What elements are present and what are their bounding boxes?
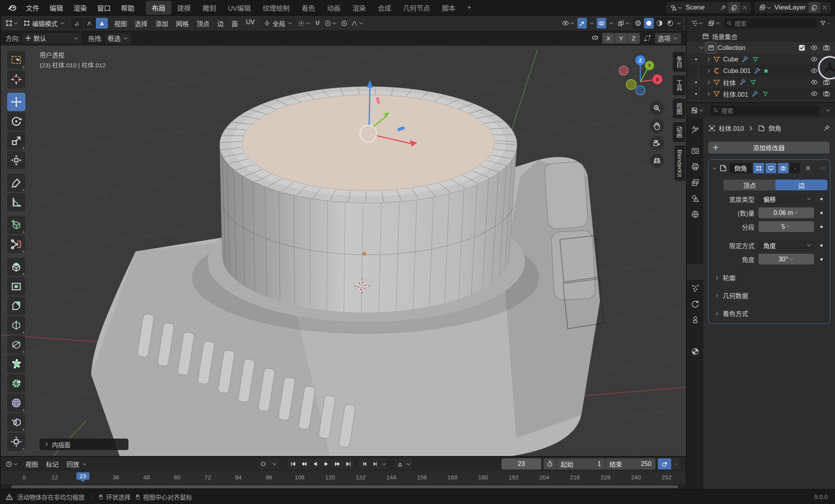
sidebar-tab[interactable]: BlenderKit xyxy=(674,146,685,181)
menu-item[interactable]: 编辑 xyxy=(44,1,68,14)
menu-item[interactable]: 窗口 xyxy=(92,1,116,14)
modifier-extras-button[interactable] xyxy=(790,163,800,173)
editor-type-button[interactable] xyxy=(689,18,705,29)
editor-type-button[interactable] xyxy=(689,105,705,116)
properties-options-button[interactable] xyxy=(824,105,832,116)
record-button[interactable] xyxy=(258,458,269,470)
camera-icon[interactable] xyxy=(823,79,830,86)
mirror-axis-button[interactable]: Y xyxy=(615,33,627,44)
snap-base-button[interactable] xyxy=(642,33,653,44)
play-button[interactable] xyxy=(321,458,332,470)
navigation-gizmo[interactable]: Z Y X xyxy=(615,54,666,101)
constraints-tab[interactable] xyxy=(687,312,703,328)
display-mode-button[interactable] xyxy=(707,18,722,29)
editor-type-button[interactable] xyxy=(4,18,20,29)
operator-panel[interactable]: 内插面 xyxy=(40,439,128,450)
drag-selector[interactable]: 框选 xyxy=(105,33,131,44)
gizmo-z-arrow[interactable] xyxy=(369,87,370,125)
expand-icon[interactable] xyxy=(712,165,718,171)
menu-item[interactable]: 面 xyxy=(228,17,242,29)
sidebar-tab[interactable]: 视图 xyxy=(673,99,685,119)
workspace-tab[interactable]: 合成 xyxy=(372,1,397,15)
use-preview-range-button[interactable] xyxy=(544,458,556,470)
outliner-row-zhuti[interactable]: 柱体 xyxy=(687,77,835,88)
playback-sync-button[interactable] xyxy=(658,458,671,470)
material-tab[interactable] xyxy=(687,343,703,359)
scene-unlink-icon[interactable] xyxy=(741,4,748,11)
direction-selector[interactable]: 默认 xyxy=(22,33,82,44)
prev-keyframe-button[interactable] xyxy=(299,458,310,470)
wireframe-shading-button[interactable] xyxy=(633,18,643,29)
camera-icon[interactable] xyxy=(823,44,830,52)
step-forward-button[interactable] xyxy=(370,458,381,470)
camera-icon[interactable] xyxy=(823,102,830,102)
modifiers-tab[interactable] xyxy=(687,264,703,280)
workspace-tab[interactable]: 布局 xyxy=(146,1,171,15)
scene-browse-icon[interactable] xyxy=(668,2,686,13)
axis-neg-x-ball[interactable] xyxy=(619,66,628,75)
mirror-axis-button[interactable]: X xyxy=(602,33,615,44)
properties-search[interactable]: 搜索 xyxy=(710,105,819,115)
rotate-tool[interactable] xyxy=(7,112,25,130)
scrollbar-handle[interactable] xyxy=(11,485,678,488)
affect-tab[interactable]: 顶点 xyxy=(724,180,776,190)
workspace-tab[interactable]: 纹理绘制 xyxy=(257,1,296,15)
step-settings-icon[interactable] xyxy=(381,461,387,467)
camera-view-button[interactable] xyxy=(650,136,664,150)
vertex-select-button[interactable] xyxy=(71,18,83,29)
move-tool[interactable] xyxy=(7,93,25,111)
menu-item[interactable]: 网格 xyxy=(172,17,193,29)
ortho-toggle-button[interactable] xyxy=(650,153,664,168)
menu-item[interactable]: 顶点 xyxy=(193,17,213,29)
add-modifier-button[interactable]: 添加修改器 xyxy=(708,142,829,153)
editor-type-button[interactable] xyxy=(4,459,20,470)
smooth-tool[interactable] xyxy=(7,394,25,412)
workspace-tab[interactable]: 雕刻 xyxy=(197,1,222,15)
drag-handle-icon[interactable] xyxy=(820,165,827,172)
proportional-falloff-button[interactable] xyxy=(350,18,365,29)
lock-settings-icon[interactable] xyxy=(406,461,412,467)
current-frame-field[interactable]: 23 xyxy=(502,458,541,470)
modifier-wrench-icon[interactable] xyxy=(739,79,746,86)
workspace-tab[interactable]: 渲染 xyxy=(347,1,372,15)
shading-settings-icon[interactable] xyxy=(676,20,682,26)
particles-tab[interactable] xyxy=(687,280,703,296)
eye-icon[interactable] xyxy=(810,56,818,63)
property-field[interactable]: 5 xyxy=(758,221,814,232)
outliner-search[interactable]: 搜索 xyxy=(724,18,817,28)
solid-shading-button[interactable] xyxy=(644,18,654,29)
spin-tool[interactable] xyxy=(7,374,25,393)
bevel-tool[interactable] xyxy=(7,297,25,315)
editmode-display-toggle[interactable] xyxy=(753,163,764,173)
menu-item[interactable]: UV xyxy=(242,17,259,29)
pivot-point-button[interactable] xyxy=(297,18,312,29)
jump-to-start-button[interactable] xyxy=(287,458,299,470)
face-select-button[interactable] xyxy=(96,18,108,29)
lock-playhead-button[interactable] xyxy=(395,458,406,470)
workspace-tab[interactable]: 动画 xyxy=(321,1,347,15)
animate-dot[interactable] xyxy=(820,226,823,228)
workspace-tab[interactable]: + xyxy=(462,2,477,13)
viewlayer-name[interactable]: ViewLayer xyxy=(774,4,808,11)
edge-select-button[interactable] xyxy=(84,18,96,29)
loop-cut-tool[interactable] xyxy=(7,316,25,334)
material-shading-button[interactable] xyxy=(655,18,665,29)
rip-region-tool[interactable] xyxy=(7,235,25,253)
eye-icon[interactable] xyxy=(810,44,818,52)
viewlayer-browse-icon[interactable] xyxy=(756,2,774,13)
modifier-wrench-icon[interactable] xyxy=(752,90,758,97)
menu-item[interactable]: 帮助 xyxy=(116,1,140,14)
eye-icon[interactable] xyxy=(810,67,818,75)
add-cube-tool[interactable] xyxy=(7,216,25,234)
animate-dot[interactable] xyxy=(820,258,823,261)
sidebar-tab[interactable]: 动画 xyxy=(673,122,685,142)
sidebar-tab[interactable]: 条目 xyxy=(673,52,685,72)
camera-icon[interactable] xyxy=(823,90,830,98)
box-select-tool[interactable] xyxy=(7,51,25,69)
outliner-row-zhuti001[interactable]: 柱体.001 xyxy=(687,88,835,100)
gizmos-toggle-button[interactable] xyxy=(577,18,587,29)
realtime-display-toggle[interactable] xyxy=(766,163,776,173)
timeline-scrollbar[interactable] xyxy=(1,485,686,489)
animate-dot[interactable] xyxy=(820,212,823,214)
physics-tab[interactable] xyxy=(687,296,703,312)
